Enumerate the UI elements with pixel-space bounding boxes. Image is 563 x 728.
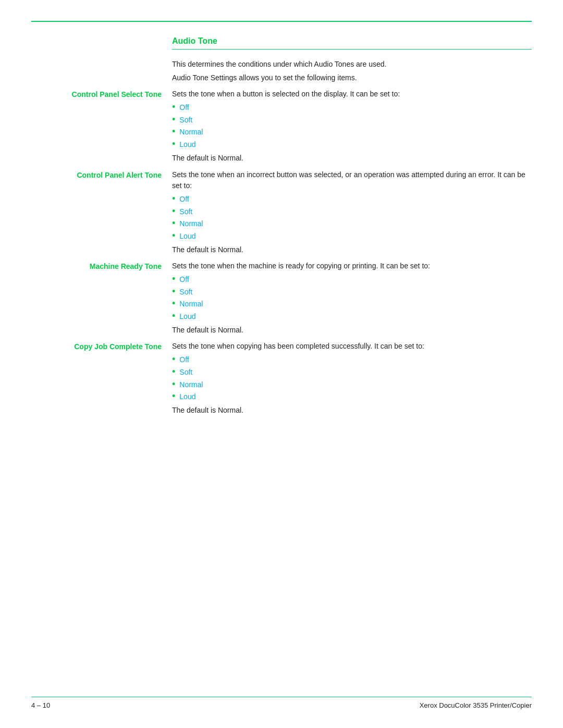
section-content-2: Sets the tone when the machine is ready …	[172, 261, 532, 338]
footer-product-name: Xerox DocuColor 3535 Printer/Copier	[420, 701, 532, 709]
option-text-1-1: Soft	[179, 206, 192, 218]
intro-left	[31, 59, 172, 85]
section-row-3: Copy Job Complete ToneSets the tone when…	[31, 341, 532, 418]
section-default-0: The default is Normal.	[172, 153, 532, 164]
section-list-2: •Off•Soft•Normal•Loud	[172, 274, 532, 323]
intro-line2: Audio Tone Settings allows you to set th…	[172, 72, 532, 84]
list-item: •Off	[172, 194, 532, 205]
option-text-3-3: Loud	[179, 391, 195, 403]
bullet-icon: •	[172, 231, 175, 240]
sections-container: Control Panel Select ToneSets the tone w…	[31, 89, 532, 421]
footer-page-number: 4 – 10	[31, 701, 50, 709]
bullet-icon: •	[172, 102, 175, 112]
option-text-2-1: Soft	[179, 287, 192, 298]
content-area: Audio Tone This determines the condition…	[31, 36, 532, 422]
option-text-2-2: Normal	[179, 299, 203, 310]
section-content-3: Sets the tone when copying has been comp…	[172, 341, 532, 418]
list-item: •Loud	[172, 231, 532, 242]
option-text-2-3: Loud	[179, 311, 195, 323]
option-text-3-0: Off	[179, 354, 189, 366]
option-text-1-0: Off	[179, 194, 189, 205]
section-default-2: The default is Normal.	[172, 325, 532, 336]
list-item: •Off	[172, 354, 532, 366]
list-item: •Off	[172, 274, 532, 286]
bullet-icon: •	[172, 194, 175, 203]
option-text-3-1: Soft	[179, 367, 192, 378]
section-list-1: •Off•Soft•Normal•Loud	[172, 194, 532, 242]
option-text-0-1: Soft	[179, 115, 192, 126]
section-desc-2: Sets the tone when the machine is ready …	[172, 261, 532, 272]
section-list-0: •Off•Soft•Normal•Loud	[172, 102, 532, 151]
section-default-1: The default is Normal.	[172, 244, 532, 256]
list-item: •Loud	[172, 311, 532, 323]
bullet-icon: •	[172, 391, 175, 401]
option-text-0-2: Normal	[179, 127, 203, 138]
intro-content: This determines the conditions under whi…	[172, 59, 532, 85]
footer: 4 – 10 Xerox DocuColor 3535 Printer/Copi…	[31, 697, 532, 709]
option-text-1-3: Loud	[179, 231, 195, 242]
list-item: •Soft	[172, 367, 532, 378]
section-content-1: Sets the tone when an incorrect button w…	[172, 169, 532, 258]
bullet-icon: •	[172, 218, 175, 228]
section-row-2: Machine Ready ToneSets the tone when the…	[31, 261, 532, 338]
bullet-icon: •	[172, 354, 175, 364]
section-title: Audio Tone	[172, 36, 532, 46]
bullet-icon: •	[172, 115, 175, 124]
list-item: •Normal	[172, 379, 532, 391]
option-text-0-3: Loud	[179, 139, 195, 151]
section-row-1: Control Panel Alert ToneSets the tone wh…	[31, 169, 532, 258]
bullet-icon: •	[172, 379, 175, 389]
bullet-icon: •	[172, 299, 175, 308]
list-item: •Normal	[172, 127, 532, 138]
list-item: •Soft	[172, 206, 532, 218]
option-text-0-0: Off	[179, 102, 189, 114]
bullet-icon: •	[172, 311, 175, 320]
list-item: •Normal	[172, 299, 532, 310]
bullet-icon: •	[172, 287, 175, 296]
option-text-3-2: Normal	[179, 379, 203, 391]
list-item: •Soft	[172, 115, 532, 126]
section-label-3: Copy Job Complete Tone	[31, 341, 172, 418]
option-text-1-2: Normal	[179, 218, 203, 230]
section-divider	[172, 49, 532, 50]
section-desc-3: Sets the tone when copying has been comp…	[172, 341, 532, 352]
section-label-0: Control Panel Select Tone	[31, 89, 172, 166]
section-default-3: The default is Normal.	[172, 405, 532, 416]
section-list-3: •Off•Soft•Normal•Loud	[172, 354, 532, 403]
list-item: •Loud	[172, 139, 532, 151]
bullet-icon: •	[172, 206, 175, 216]
bullet-icon: •	[172, 127, 175, 136]
section-desc-1: Sets the tone when an incorrect button w…	[172, 169, 532, 192]
section-label-2: Machine Ready Tone	[31, 261, 172, 338]
section-label-1: Control Panel Alert Tone	[31, 169, 172, 258]
list-item: •Off	[172, 102, 532, 114]
section-row-0: Control Panel Select ToneSets the tone w…	[31, 89, 532, 166]
intro-line1: This determines the conditions under whi…	[172, 59, 532, 70]
section-desc-0: Sets the tone when a button is selected …	[172, 89, 532, 100]
top-border	[31, 21, 532, 22]
bullet-icon: •	[172, 367, 175, 376]
intro-row: This determines the conditions under whi…	[31, 59, 532, 85]
section-content-0: Sets the tone when a button is selected …	[172, 89, 532, 166]
option-text-2-0: Off	[179, 274, 189, 286]
bullet-icon: •	[172, 139, 175, 149]
bullet-icon: •	[172, 274, 175, 283]
list-item: •Soft	[172, 287, 532, 298]
list-item: •Loud	[172, 391, 532, 403]
page: Audio Tone This determines the condition…	[0, 0, 563, 728]
list-item: •Normal	[172, 218, 532, 230]
